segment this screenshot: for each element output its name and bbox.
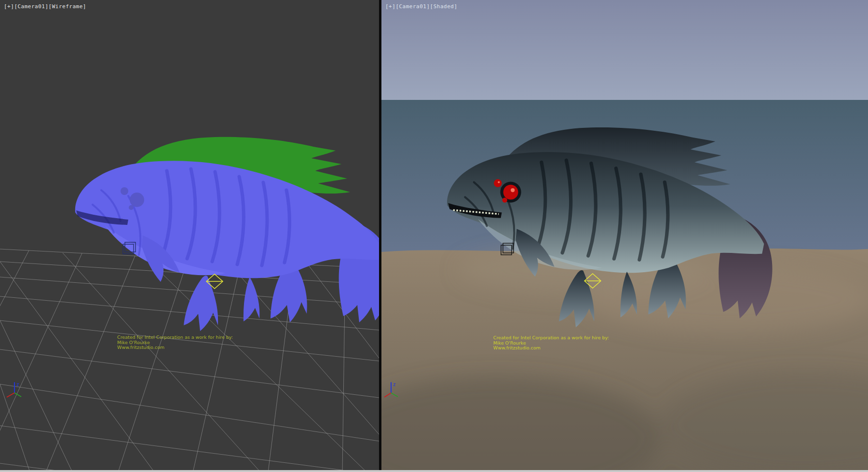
viewport-general-menu[interactable]: [+] xyxy=(4,3,14,10)
viewport-shading-menu[interactable]: [Wireframe] xyxy=(49,3,86,10)
viewport-shading-menu[interactable]: [Shaded] xyxy=(430,3,458,10)
wireframe-viewport-canvas[interactable]: z xyxy=(0,0,379,472)
viewport-general-menu[interactable]: [+] xyxy=(385,3,395,10)
credit-line: Created for Intel Corporation as a work … xyxy=(117,335,233,340)
credit-line: Www.fritzstudio.com xyxy=(493,346,609,351)
credit-annotation: Created for Intel Corporation as a work … xyxy=(493,335,609,351)
credit-line: Www.fritzstudio.com xyxy=(117,345,233,350)
window-bottom-edge xyxy=(0,470,868,472)
app-window: z [+][Camera01][Wireframe] Created for I… xyxy=(0,0,868,472)
shaded-viewport-canvas[interactable]: z xyxy=(381,0,868,472)
viewport-pov-menu[interactable]: [Camera01] xyxy=(14,3,48,10)
sky xyxy=(381,0,868,100)
viewport-right-shaded[interactable]: z [+][Camera01][Shaded] Created for Inte… xyxy=(381,0,868,472)
credit-annotation: Created for Intel Corporation as a work … xyxy=(117,335,233,350)
viewport-pov-menu[interactable]: [Camera01] xyxy=(395,3,430,10)
viewport-label: [+][Camera01][Shaded] xyxy=(385,3,458,10)
viewport-label: [+][Camera01][Wireframe] xyxy=(4,3,86,10)
credit-line: Created for Intel Corporation as a work … xyxy=(493,335,609,341)
axis-z-label: z xyxy=(16,382,19,387)
axis-z-label: z xyxy=(393,382,396,387)
viewport-left-wireframe[interactable]: z [+][Camera01][Wireframe] Created for I… xyxy=(0,0,379,472)
